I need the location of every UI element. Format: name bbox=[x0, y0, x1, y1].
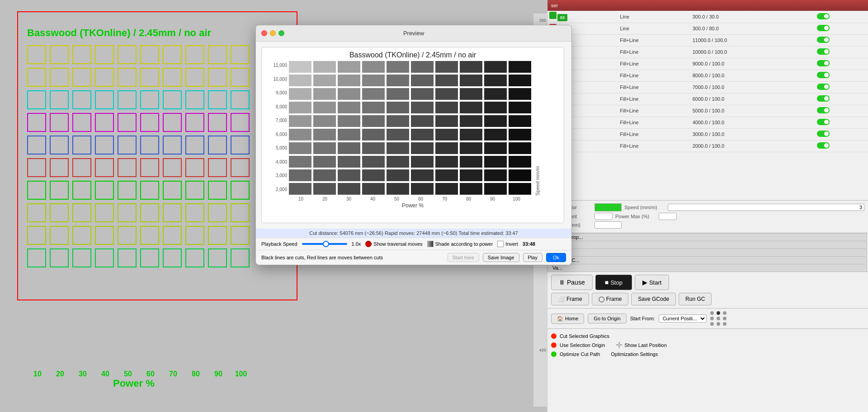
layer-toggle-cell[interactable] bbox=[815, 34, 868, 46]
canvas-grid-cell bbox=[208, 113, 227, 132]
layer-row[interactable]: 13 Fill+Line 2000.0 / 100.0 bbox=[547, 140, 868, 152]
frame-button-2[interactable]: ◯ Frame bbox=[592, 293, 629, 305]
layer-toggle-cell[interactable] bbox=[815, 93, 868, 105]
preview-grid-cell bbox=[313, 61, 336, 73]
layer-row[interactable]: 04 Fill+Line 11000.0 / 100.0 bbox=[547, 34, 868, 46]
pass-count-input[interactable]: 1 bbox=[594, 213, 613, 220]
origin-dot-8[interactable] bbox=[717, 322, 720, 326]
layer-toggle-cell[interactable] bbox=[815, 81, 868, 93]
layer-toggle-cell[interactable] bbox=[815, 105, 868, 117]
tab-item[interactable]: Camera C... bbox=[547, 256, 867, 264]
layer-toggle-cell[interactable] bbox=[815, 70, 868, 81]
layer-toggle-cell[interactable] bbox=[815, 11, 868, 23]
layer-speed-cell: 7000.0 / 100.0 bbox=[691, 81, 815, 93]
show-last-position-icon: ✛ bbox=[616, 340, 623, 350]
canvas-grid-cell bbox=[118, 68, 137, 87]
preview-grid-cell bbox=[338, 115, 360, 127]
pause-button[interactable]: ⏸ Pause bbox=[551, 275, 593, 290]
save-gcode-button[interactable]: Save GCode bbox=[631, 293, 676, 305]
layer-row[interactable]: 10 Fill+Line 5000.0 / 100.0 bbox=[547, 105, 868, 117]
start-here-button[interactable]: Start here bbox=[448, 253, 479, 262]
preview-grid-cell bbox=[460, 156, 482, 168]
preview-y-label: 2,000 bbox=[276, 187, 287, 192]
preview-grid-cell bbox=[509, 61, 531, 73]
layer-type-cell: Fill+Line bbox=[618, 128, 690, 140]
run-gc-button[interactable]: Run GC bbox=[679, 293, 712, 305]
start-from-select[interactable]: Current Positi... bbox=[659, 314, 707, 323]
save-image-button[interactable]: Save Image bbox=[483, 253, 519, 262]
origin-dot-7[interactable] bbox=[710, 322, 714, 326]
preview-grid-cell bbox=[387, 102, 409, 113]
use-selection-led bbox=[551, 342, 557, 348]
speed-input[interactable] bbox=[668, 204, 864, 211]
canvas-grid-cell bbox=[231, 90, 250, 109]
layer-row[interactable]: 07 Fill+Line 8000.0 / 100.0 bbox=[547, 70, 868, 81]
interval-input[interactable]: 0.100 bbox=[594, 221, 622, 229]
canvas-grid-cell bbox=[27, 136, 46, 154]
tab-item[interactable]: Va... bbox=[547, 264, 867, 272]
preview-grid-cell bbox=[411, 88, 434, 100]
layer-row[interactable]: 11 Fill+Line 4000.0 / 100.0 bbox=[547, 117, 868, 128]
layer-row[interactable]: 05 Fill+Line 10000.0 / 100.0 bbox=[547, 46, 868, 58]
origin-dot-1[interactable] bbox=[710, 311, 714, 315]
layer-speed-cell: 300.0 / 80.0 bbox=[691, 23, 815, 34]
home-button[interactable]: 🏠 Home bbox=[551, 314, 584, 324]
origin-dots bbox=[710, 311, 727, 326]
canvas-grid-cell bbox=[27, 226, 46, 245]
layer-row[interactable]: 09 Fill+Line 6000.0 / 100.0 bbox=[547, 93, 868, 105]
canvas-grid-cell bbox=[118, 90, 137, 109]
layer-row[interactable]: 06 Fill+Line 9000.0 / 100.0 bbox=[547, 58, 868, 70]
preview-y-labels: 11,00010,0009,0008,0007,0006,0005,0004,0… bbox=[265, 61, 289, 192]
maximize-button[interactable] bbox=[278, 30, 284, 36]
canvas-grid-cell bbox=[27, 90, 46, 109]
play-button[interactable]: Play bbox=[523, 253, 542, 262]
go-to-origin-button[interactable]: Go to Origin bbox=[588, 314, 626, 323]
preview-grid-cell bbox=[387, 115, 409, 127]
origin-dot-3[interactable] bbox=[723, 311, 726, 315]
layer-toggle-cell[interactable] bbox=[815, 140, 868, 152]
frame-button-1[interactable]: ⬜ Frame bbox=[551, 293, 589, 305]
preview-grid-cell bbox=[460, 169, 482, 181]
origin-dot-9[interactable] bbox=[723, 322, 726, 326]
layer-toggle-cell[interactable] bbox=[815, 46, 868, 58]
hint-text: Black lines are cuts, Red lines are move… bbox=[261, 255, 444, 260]
preview-grid-cell bbox=[387, 156, 409, 168]
layer-toggle-cell[interactable] bbox=[815, 117, 868, 128]
origin-dot-5[interactable] bbox=[717, 317, 720, 320]
origin-dot-2[interactable] bbox=[717, 311, 720, 315]
preview-y-label: 3,000 bbox=[276, 173, 287, 178]
layer-row[interactable]: 12 Fill+Line 3000.0 / 100.0 bbox=[547, 128, 868, 140]
preview-grid-cell bbox=[289, 129, 311, 140]
color-swatch[interactable] bbox=[594, 203, 622, 211]
layer-props: Layer Color Speed (mm/m) Pass Count 1 Po… bbox=[547, 201, 868, 233]
tab-item[interactable]: Cons... bbox=[547, 248, 867, 256]
canvas-grid-cell bbox=[95, 90, 114, 109]
tab-item[interactable]: Shape Prop... bbox=[547, 233, 867, 241]
canvas-grid-cell bbox=[118, 136, 137, 154]
origin-dot-6[interactable] bbox=[723, 317, 726, 320]
layer-row[interactable]: 03 Line 300.0 / 30.0 bbox=[547, 11, 868, 23]
minimize-button[interactable] bbox=[270, 30, 276, 36]
start-button[interactable]: ▶ Start bbox=[635, 275, 669, 290]
preview-grid-cell bbox=[484, 75, 507, 86]
canvas-grid-cell bbox=[72, 113, 91, 132]
playback-slider[interactable] bbox=[302, 243, 347, 245]
layer-toggle-cell[interactable] bbox=[815, 128, 868, 140]
ok-button[interactable]: Ok bbox=[546, 253, 566, 262]
preview-grid-cell bbox=[289, 142, 311, 154]
power-max-input[interactable]: 30 bbox=[659, 213, 677, 220]
layer-row[interactable]: 08 Fill+Line 7000.0 / 100.0 bbox=[547, 81, 868, 93]
optimize-cut-label: Optimize Cut Path bbox=[560, 351, 600, 357]
canvas-grid-cell bbox=[27, 45, 46, 64]
optimize-cut-led bbox=[551, 351, 557, 357]
layer-toggle-cell[interactable] bbox=[815, 58, 868, 70]
cut-selected-label: Cut Selected Graphics bbox=[560, 333, 609, 339]
layer-row[interactable]: 02 Line 300.0 / 80.0 bbox=[547, 23, 868, 34]
layers-section: 03 Line 300.0 / 30.0 02 Line 300.0 / 80.… bbox=[547, 11, 868, 201]
layer-toggle-cell[interactable] bbox=[815, 23, 868, 34]
close-button[interactable] bbox=[261, 30, 267, 36]
invert-checkbox[interactable] bbox=[497, 241, 504, 247]
tab-item[interactable]: Move bbox=[547, 241, 867, 248]
stop-button[interactable]: ■ Stop bbox=[595, 275, 632, 290]
origin-dot-4[interactable] bbox=[710, 317, 714, 320]
